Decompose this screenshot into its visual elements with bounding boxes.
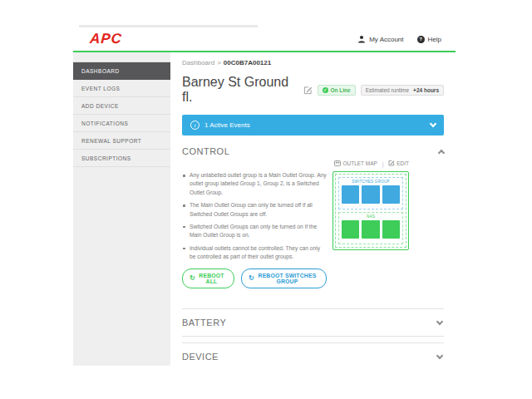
outlet-map: SWITCHES GROUP NAS: [332, 171, 409, 250]
link-separator: |: [382, 161, 384, 167]
edit-device-name-icon[interactable]: [303, 86, 313, 95]
control-body: Any unlabelled outlet group is a Main Ou…: [182, 171, 409, 288]
runtime-value: +24 hours: [413, 87, 439, 93]
outlet[interactable]: [342, 220, 359, 239]
control-section: CONTROL OUTLET MAP | EDIT: [182, 135, 444, 288]
sidebar: DASHBOARD EVENT LOGS ADD DEVICE NOTIFICA…: [73, 52, 170, 366]
refresh-icon: ↻: [190, 275, 195, 282]
sidebar-item-dashboard[interactable]: DASHBOARD: [73, 62, 170, 80]
battery-section-header[interactable]: BATTERY: [182, 308, 444, 337]
outlet[interactable]: [362, 185, 379, 204]
control-rule: Any unlabelled outlet group is a Main Ou…: [182, 171, 327, 197]
outlet-map-link[interactable]: OUTLET MAP: [334, 160, 377, 166]
outlet-group-label: SWITCHES GROUP: [342, 180, 400, 184]
help-icon: ?: [417, 36, 425, 43]
info-icon: i: [190, 121, 200, 130]
device-title-row: Barney St Ground fl. ✓ On Line Estimated…: [182, 75, 444, 105]
device-section-header[interactable]: DEVICE: [182, 342, 444, 366]
apc-logo: APC: [89, 31, 122, 47]
breadcrumb-separator: >: [217, 59, 221, 66]
app-window: APC My Account ? Help DASHBOARD EVENT LO…: [73, 27, 456, 367]
breadcrumb-dashboard-link[interactable]: Dashboard: [182, 59, 214, 66]
person-icon: [357, 35, 366, 43]
control-links-row: OUTLET MAP | EDIT: [182, 160, 409, 167]
control-rules-list: Any unlabelled outlet group is a Main Ou…: [182, 171, 327, 261]
sidebar-item-add-device[interactable]: ADD DEVICE: [73, 97, 170, 115]
edit-icon: [388, 160, 395, 166]
outlet-map-icon: [334, 160, 341, 166]
my-account-label: My Account: [369, 36, 403, 43]
outlet-map-inner: SWITCHES GROUP NAS: [335, 174, 406, 248]
top-bar-actions: My Account ? Help: [357, 35, 441, 43]
sidebar-item-event-logs[interactable]: EVENT LOGS: [73, 80, 170, 97]
runtime-badge: Estimated runtime +24 hours: [361, 85, 444, 96]
my-account-button[interactable]: My Account: [357, 35, 403, 43]
outlet[interactable]: [362, 220, 379, 239]
check-icon: ✓: [323, 87, 328, 93]
control-rule: Switched Outlet Groups can only be turne…: [182, 223, 327, 240]
reboot-all-button[interactable]: ↻ REBOOT ALL: [182, 268, 234, 288]
active-events-bar[interactable]: i 1 Active Events: [182, 115, 444, 135]
chevron-down-icon: [436, 352, 443, 359]
chevron-up-icon: [438, 149, 445, 155]
refresh-icon: ↻: [249, 275, 254, 282]
breadcrumb-device-id: 00C0B7A00121: [224, 59, 271, 66]
outlet[interactable]: [382, 220, 400, 239]
control-rule: The Main Outlet Group can only be turned…: [182, 201, 327, 219]
battery-title: BATTERY: [182, 318, 226, 328]
edit-link[interactable]: EDIT: [388, 160, 409, 166]
outlet[interactable]: [342, 185, 359, 204]
chevron-down-icon: [436, 318, 443, 325]
help-label: Help: [428, 36, 441, 43]
chevron-down-icon: [430, 121, 436, 127]
control-title: CONTROL: [182, 146, 229, 156]
sidebar-item-renewal-support[interactable]: RENEWAL SUPPORT: [73, 132, 170, 150]
outlet-group-nas: NAS: [338, 212, 403, 244]
device-title: DEVICE: [182, 352, 219, 362]
runtime-label: Estimated runtime: [366, 87, 409, 93]
page-title: Barney St Ground fl.: [182, 75, 298, 105]
control-section-header[interactable]: CONTROL: [182, 135, 444, 158]
top-bar: APC My Account ? Help: [73, 27, 456, 52]
main-content: Dashboard>00C0B7A00121 Barney St Ground …: [170, 52, 456, 366]
sidebar-item-notifications[interactable]: NOTIFICATIONS: [73, 115, 170, 132]
active-events-label: 1 Active Events: [204, 121, 250, 129]
sidebar-item-subscriptions[interactable]: SUBSCRIPTIONS: [73, 150, 170, 167]
control-rule: Individual outlets cannot be controlled.…: [182, 244, 327, 262]
reboot-switches-group-button[interactable]: ↻ REBOOT SWITCHES GROUP: [241, 268, 327, 288]
status-badge: ✓ On Line: [318, 85, 356, 96]
status-label: On Line: [331, 87, 351, 93]
outlet-group-label: NAS: [342, 214, 400, 219]
help-button[interactable]: ? Help: [417, 36, 441, 43]
control-buttons-row: ↻ REBOOT ALL ↻ REBOOT SWITCHES GROUP: [182, 268, 327, 288]
breadcrumb: Dashboard>00C0B7A00121: [182, 59, 444, 66]
outlet-group-switches: SWITCHES GROUP: [338, 177, 403, 209]
outlet[interactable]: [382, 185, 400, 204]
